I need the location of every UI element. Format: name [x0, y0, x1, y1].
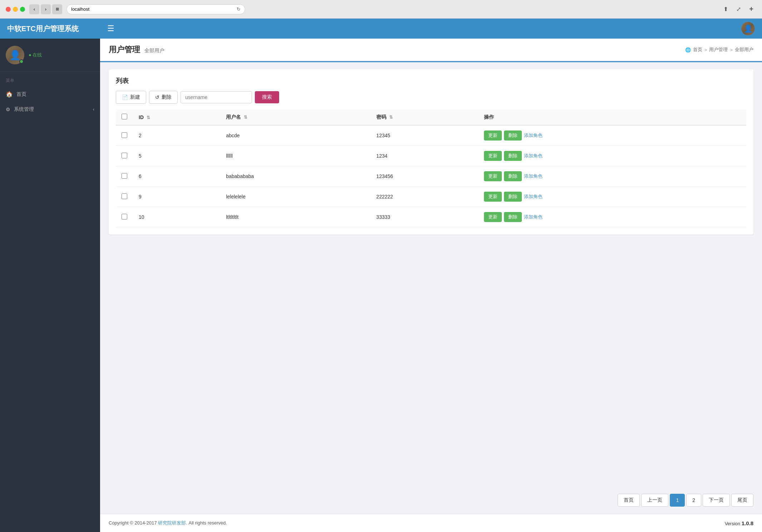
avatar-image: 👤 [741, 22, 755, 35]
back-button[interactable]: ‹ [29, 4, 39, 14]
minimize-button[interactable] [13, 7, 18, 12]
sidebar: 👤 ● 在线 菜单 🏠 首页 ⚙ 系统管理 ‹ [0, 39, 100, 532]
row-actions: 更新 删除 添加角色 [478, 207, 746, 227]
table-row: 5 llllll 1234 更新 删除 添加角色 [116, 146, 746, 166]
table-header-row: ID ⇅ 用户名 ⇅ 密码 ⇅ [116, 109, 746, 125]
row-id: 2 [133, 125, 220, 146]
row-checkbox-cell [116, 146, 133, 166]
add-role-button[interactable]: 添加角色 [524, 214, 543, 220]
delete-row-button[interactable]: 删除 [504, 192, 522, 202]
main-area: 👤 ● 在线 菜单 🏠 首页 ⚙ 系统管理 ‹ [0, 39, 762, 532]
row-checkbox[interactable] [122, 214, 127, 220]
select-all-checkbox[interactable] [122, 114, 127, 119]
delete-row-button[interactable]: 删除 [504, 130, 522, 141]
update-button[interactable]: 更新 [484, 171, 502, 181]
search-input[interactable] [180, 91, 252, 103]
action-buttons: 更新 删除 添加角色 [484, 130, 741, 141]
delete-label: 删除 [162, 94, 172, 100]
row-checkbox-cell [116, 166, 133, 187]
add-role-button[interactable]: 添加角色 [524, 193, 543, 200]
next-page-button[interactable]: 下一页 [703, 494, 730, 507]
table-body: 2 abcde 12345 更新 删除 添加角色 5 llllll 1234 更… [116, 125, 746, 227]
page-2-button[interactable]: 2 [686, 494, 701, 507]
th-checkbox [116, 109, 133, 125]
row-password: 33333 [371, 207, 478, 227]
rights-text: . All rights reserved. [186, 520, 227, 526]
update-button[interactable]: 更新 [484, 212, 502, 222]
breadcrumb: 🌐 首页 > 用户管理 > 全部用户 [685, 46, 753, 53]
row-password: 12345 [371, 125, 478, 146]
action-buttons: 更新 删除 添加角色 [484, 212, 741, 222]
last-page-button[interactable]: 尾页 [731, 494, 753, 507]
reload-icon[interactable]: ↻ [237, 6, 241, 12]
forward-button[interactable]: › [41, 4, 51, 14]
password-sort-icon[interactable]: ⇅ [389, 115, 393, 120]
add-role-button[interactable]: 添加角色 [524, 132, 543, 139]
th-id: ID ⇅ [133, 109, 220, 125]
first-page-button[interactable]: 首页 [618, 494, 640, 507]
add-role-button[interactable]: 添加角色 [524, 153, 543, 159]
status-text: 在线 [33, 52, 42, 58]
close-button[interactable] [6, 7, 11, 12]
delete-row-button[interactable]: 删除 [504, 151, 522, 161]
breadcrumb-globe-icon: 🌐 [685, 47, 691, 53]
row-checkbox[interactable] [122, 153, 127, 158]
new-icon: 📄 [122, 94, 128, 100]
page-1-button[interactable]: 1 [670, 494, 685, 507]
new-button[interactable]: 📄 新建 [116, 91, 146, 104]
th-actions: 操作 [478, 109, 746, 125]
add-role-button[interactable]: 添加角色 [524, 173, 543, 179]
breadcrumb-home[interactable]: 首页 [693, 46, 702, 53]
footer-link[interactable]: 研究院研发部 [158, 520, 186, 526]
table-row: 6 bababababa 123456 更新 删除 添加角色 [116, 166, 746, 187]
sidebar-system-label: 系统管理 [14, 106, 34, 113]
delete-row-button[interactable]: 删除 [504, 171, 522, 181]
row-checkbox[interactable] [122, 173, 127, 179]
update-button[interactable]: 更新 [484, 130, 502, 141]
fullscreen-button[interactable]: ⤢ [733, 4, 743, 14]
update-button[interactable]: 更新 [484, 151, 502, 161]
row-username: lelelelele [220, 187, 370, 207]
page-header: 用户管理 全部用户 🌐 首页 > 用户管理 > 全部用户 [100, 39, 762, 61]
window-controls [6, 7, 25, 12]
online-badge [19, 59, 24, 64]
address-bar[interactable]: localhost ↻ [66, 4, 245, 14]
page-subtitle: 全部用户 [144, 48, 164, 54]
share-button[interactable]: ⬆ [721, 4, 731, 14]
row-actions: 更新 删除 添加角色 [478, 166, 746, 187]
footer: Copyright © 2014-2017 研究院研发部. All rights… [100, 514, 762, 532]
id-sort-icon[interactable]: ⇅ [147, 115, 150, 120]
search-button[interactable]: 搜索 [255, 91, 279, 103]
new-label: 新建 [130, 94, 140, 100]
maximize-button[interactable] [20, 7, 25, 12]
row-username: ltltltltlt [220, 207, 370, 227]
breadcrumb-sep1: > [704, 47, 707, 53]
sidebar-item-system[interactable]: ⚙ 系统管理 ‹ [0, 102, 100, 117]
sidebar-item-home[interactable]: 🏠 首页 [0, 87, 100, 102]
sidebar-section-label: 菜单 [0, 72, 100, 87]
row-password: 1234 [371, 146, 478, 166]
chevron-icon: ‹ [93, 107, 94, 112]
row-actions: 更新 删除 添加角色 [478, 146, 746, 166]
th-username: 用户名 ⇅ [220, 109, 370, 125]
delete-row-button[interactable]: 删除 [504, 212, 522, 222]
row-checkbox-cell [116, 207, 133, 227]
row-checkbox[interactable] [122, 193, 127, 199]
content-body: 列表 📄 新建 ↺ 删除 搜索 [100, 62, 762, 487]
table-row: 9 lelelelele 222222 更新 删除 添加角色 [116, 187, 746, 207]
row-checkbox[interactable] [122, 132, 127, 138]
row-username: abcde [220, 125, 370, 146]
menu-toggle-icon[interactable]: ☰ [107, 24, 114, 33]
tab-overview-button[interactable]: ⊞ [52, 4, 62, 14]
prev-page-button[interactable]: 上一页 [641, 494, 668, 507]
row-actions: 更新 删除 添加角色 [478, 187, 746, 207]
breadcrumb-section[interactable]: 用户管理 [709, 46, 728, 53]
action-buttons: 更新 删除 添加角色 [484, 192, 741, 202]
batch-delete-button[interactable]: ↺ 删除 [149, 91, 178, 104]
page-title-area: 用户管理 全部用户 [109, 44, 164, 55]
sidebar-avatar: 👤 [6, 46, 24, 64]
pagination: 首页 上一页 1 2 下一页 尾页 [618, 494, 753, 507]
new-tab-button[interactable]: + [746, 4, 756, 14]
username-sort-icon[interactable]: ⇅ [244, 115, 247, 120]
update-button[interactable]: 更新 [484, 192, 502, 202]
